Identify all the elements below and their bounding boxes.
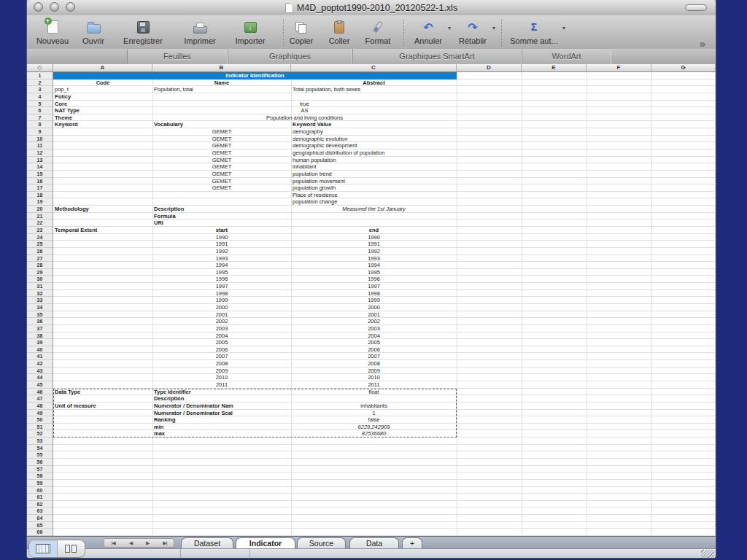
cell-BC7[interactable]: Population and living conditions <box>152 114 457 122</box>
cell-A4[interactable]: Policy <box>53 93 152 101</box>
cell-B9[interactable]: GEMET <box>152 128 291 136</box>
row-header-36[interactable]: 36 <box>27 318 53 325</box>
cell-C27[interactable]: 1993 <box>291 255 457 262</box>
row-header-56[interactable]: 56 <box>27 459 53 466</box>
row-header-49[interactable]: 49 <box>27 410 53 417</box>
cell-C17[interactable]: population growth <box>291 184 457 192</box>
cell-B30[interactable]: 1996 <box>152 276 291 283</box>
cell-C2[interactable]: Abstract <box>291 79 457 87</box>
column-header-E[interactable]: E <box>522 64 587 72</box>
cell-C49[interactable]: 1 <box>291 410 457 417</box>
cell-C31[interactable]: 1997 <box>291 283 457 290</box>
row-header-61[interactable]: 61 <box>27 494 53 501</box>
cell-C40[interactable]: 2006 <box>291 346 457 354</box>
row-header-59[interactable]: 59 <box>27 480 53 487</box>
cell-B43[interactable]: 2009 <box>152 368 291 375</box>
column-header-F[interactable]: F <box>587 64 651 72</box>
row-header-22[interactable]: 22 <box>27 219 53 227</box>
row-header-9[interactable]: 9 <box>27 128 53 136</box>
dropdown-arrow-icon[interactable]: ▾ <box>492 25 495 31</box>
format-button[interactable]: Format <box>360 18 396 47</box>
cell-C52[interactable]: 82536680 <box>291 430 457 438</box>
cell-C8[interactable]: Keyword Value <box>291 121 457 128</box>
row-header-4[interactable]: 4 <box>27 93 53 101</box>
cell-B15[interactable]: GEMET <box>152 171 291 178</box>
cell-C15[interactable]: population trend <box>291 171 457 178</box>
paste-button[interactable]: Coller <box>322 18 356 47</box>
cell-B16[interactable]: GEMET <box>152 178 291 185</box>
window-resize-grip[interactable] <box>701 550 714 559</box>
cell-B51[interactable]: min <box>152 424 291 431</box>
row-header-43[interactable]: 43 <box>27 368 53 375</box>
cell-B26[interactable]: 1992 <box>152 248 291 255</box>
cell-B45[interactable]: 2011 <box>152 381 291 389</box>
cell-C39[interactable]: 2005 <box>291 339 457 346</box>
cell-B25[interactable]: 1991 <box>152 241 291 248</box>
row-header-20[interactable]: 20 <box>27 206 53 213</box>
toolbar-overflow-icon[interactable]: » <box>700 37 705 50</box>
cell-B31[interactable]: 1997 <box>152 283 291 290</box>
sheet-tab-data[interactable]: Data <box>349 537 399 548</box>
cell-B38[interactable]: 2004 <box>152 332 291 340</box>
cell-B46[interactable]: Type Identifier <box>152 389 291 396</box>
cell-C28[interactable]: 1994 <box>291 262 457 269</box>
cell-A8[interactable]: Keyword <box>53 121 152 128</box>
cell-A7[interactable]: Theme <box>53 114 152 122</box>
row-header-64[interactable]: 64 <box>27 515 53 522</box>
row-header-10[interactable]: 10 <box>27 136 53 143</box>
cell-C16[interactable]: population movement <box>291 178 457 185</box>
row-header-55[interactable]: 55 <box>27 451 53 459</box>
gallery-tab-graphiques[interactable]: Graphiques <box>228 49 352 64</box>
row-header-2[interactable]: 2 <box>27 79 53 87</box>
cell-C44[interactable]: 2010 <box>291 374 457 381</box>
cell-C23[interactable]: end <box>291 227 457 234</box>
row-header-1[interactable]: 1 <box>27 72 53 79</box>
cell-B50[interactable]: Ranking <box>152 416 291 424</box>
cell-C30[interactable]: 1996 <box>291 276 457 283</box>
cell-B3[interactable]: Population, total <box>152 86 291 93</box>
cell-B27[interactable]: 1993 <box>152 255 291 262</box>
cell-C38[interactable]: 2004 <box>291 332 457 340</box>
row-header-23[interactable]: 23 <box>27 227 53 234</box>
cell-C37[interactable]: 2003 <box>291 325 457 332</box>
cell-C34[interactable]: 2000 <box>291 304 457 311</box>
row-header-30[interactable]: 30 <box>27 276 53 283</box>
row-header-39[interactable]: 39 <box>27 339 53 346</box>
cell-ABC1[interactable]: Indicator Identification <box>53 72 457 79</box>
row-header-37[interactable]: 37 <box>27 325 53 332</box>
row-header-33[interactable]: 33 <box>27 297 53 304</box>
cell-C42[interactable]: 2008 <box>291 360 457 368</box>
row-header-44[interactable]: 44 <box>27 374 53 381</box>
copy-button[interactable]: Copier <box>284 18 319 47</box>
cell-C33[interactable]: 1999 <box>291 297 457 304</box>
toolbar-toggle-pill[interactable] <box>685 4 707 11</box>
row-header-14[interactable]: 14 <box>27 163 53 171</box>
row-header-47[interactable]: 47 <box>27 395 53 402</box>
cell-C11[interactable]: demographic development <box>291 142 457 149</box>
row-header-24[interactable]: 24 <box>27 234 53 241</box>
row-header-53[interactable]: 53 <box>27 438 53 445</box>
page-layout-view-button[interactable] <box>57 540 85 557</box>
cell-C24[interactable]: 1990 <box>291 234 457 241</box>
cell-B22[interactable]: URI <box>152 219 291 227</box>
row-header-51[interactable]: 51 <box>27 424 53 431</box>
gallery-tab-feuilles[interactable]: Feuilles <box>127 49 228 64</box>
select-all-corner[interactable]: ◇ <box>27 64 53 72</box>
cell-B44[interactable]: 2010 <box>152 374 291 381</box>
row-header-31[interactable]: 31 <box>27 283 53 290</box>
cell-B36[interactable]: 2002 <box>152 318 291 325</box>
redo-button[interactable]: ▾Rétablir <box>452 18 493 47</box>
cell-C48[interactable]: inhabitants <box>291 402 457 410</box>
cell-A2[interactable]: Code <box>53 79 152 87</box>
row-header-25[interactable]: 25 <box>27 241 53 248</box>
row-header-15[interactable]: 15 <box>27 171 53 178</box>
row-header-60[interactable]: 60 <box>27 487 53 494</box>
cell-BC6[interactable]: AS <box>152 107 457 114</box>
row-header-29[interactable]: 29 <box>27 269 53 276</box>
cell-B2[interactable]: Name <box>152 79 291 87</box>
cell-C36[interactable]: 2002 <box>291 318 457 325</box>
sheet-tab-source[interactable]: Source <box>297 537 346 548</box>
cell-B11[interactable]: GEMET <box>152 142 291 149</box>
cell-C3[interactable]: Total population, both sexes <box>291 86 457 93</box>
row-header-3[interactable]: 3 <box>27 86 53 93</box>
